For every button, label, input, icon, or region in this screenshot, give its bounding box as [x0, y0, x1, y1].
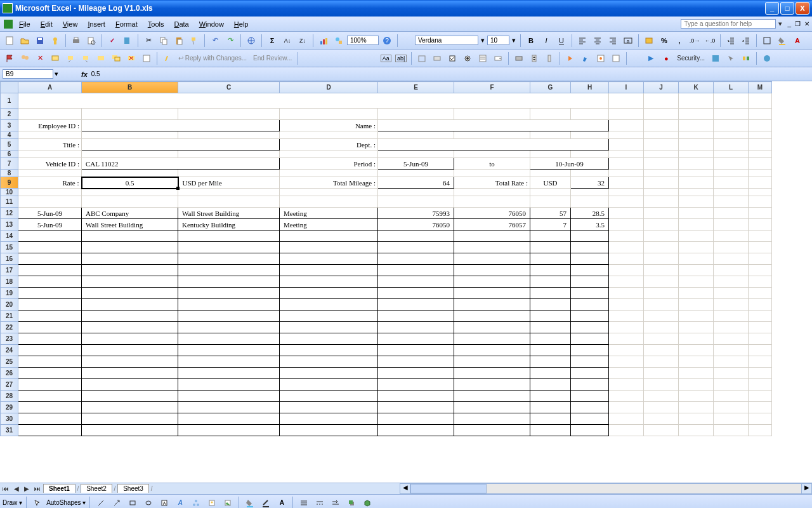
decrease-indent-button[interactable] — [724, 34, 738, 48]
cell[interactable] — [644, 196, 679, 208]
cell[interactable] — [280, 189, 378, 196]
cell[interactable] — [530, 109, 571, 120]
cell[interactable]: Vehicle ID : — [18, 158, 82, 170]
cell[interactable] — [454, 265, 530, 276]
cell[interactable] — [714, 109, 749, 120]
cell[interactable] — [454, 413, 530, 425]
show-ink-button[interactable] — [140, 51, 154, 65]
cell[interactable] — [609, 253, 644, 265]
cell[interactable]: 7 — [530, 219, 571, 231]
doc-restore-button[interactable]: ❐ — [795, 20, 801, 27]
cell[interactable] — [609, 150, 644, 158]
cell[interactable] — [454, 242, 530, 253]
cell[interactable] — [18, 425, 82, 436]
dash-style-button[interactable] — [313, 496, 327, 509]
cell[interactable] — [714, 265, 749, 276]
cell[interactable] — [714, 120, 749, 131]
cell[interactable] — [178, 311, 280, 322]
spreadsheet-grid[interactable]: ABCDEFGHIJKLM1MILEAGE LOG23Employee ID :… — [0, 81, 812, 483]
cell[interactable]: Destination — [178, 196, 280, 208]
formula-input[interactable]: 0.5 — [91, 70, 809, 77]
cell[interactable]: Employee ID : — [18, 120, 82, 131]
cell[interactable] — [644, 288, 679, 299]
font-color-button[interactable]: A — [790, 34, 804, 48]
cell[interactable] — [644, 345, 679, 356]
cell[interactable] — [749, 242, 772, 253]
cell[interactable] — [82, 189, 178, 196]
sort-desc-button[interactable]: Z↓ — [296, 34, 310, 48]
cell[interactable] — [679, 109, 714, 120]
cell[interactable] — [714, 253, 749, 265]
cell[interactable] — [18, 170, 82, 177]
cell[interactable] — [749, 356, 772, 368]
cell[interactable] — [749, 208, 772, 219]
cell[interactable] — [571, 131, 609, 139]
cell[interactable] — [609, 208, 644, 219]
cell[interactable] — [714, 402, 749, 413]
line-button[interactable] — [94, 496, 108, 509]
redo-button[interactable]: ↷ — [223, 34, 237, 48]
design-mode-button[interactable] — [579, 51, 593, 65]
help-dropdown-icon[interactable]: ▾ — [778, 20, 782, 28]
column-header-B[interactable]: B — [82, 82, 178, 93]
cell[interactable] — [679, 311, 714, 322]
new-comment-button[interactable] — [48, 51, 62, 65]
currency-button[interactable] — [642, 34, 656, 48]
cell[interactable]: 0.5 — [82, 177, 178, 189]
cell[interactable] — [378, 413, 454, 425]
cell[interactable] — [714, 368, 749, 379]
cell[interactable] — [82, 170, 178, 177]
cell[interactable] — [530, 333, 571, 345]
cell[interactable] — [571, 333, 609, 345]
cell[interactable] — [178, 402, 280, 413]
cell[interactable] — [714, 150, 749, 158]
show-comment-button[interactable] — [94, 51, 108, 65]
cell[interactable]: Total Rate : — [454, 177, 530, 189]
cell[interactable] — [644, 93, 679, 109]
more-controls-button[interactable] — [563, 51, 577, 65]
cell[interactable] — [609, 345, 644, 356]
cell[interactable] — [178, 170, 280, 177]
cell[interactable] — [178, 356, 280, 368]
next-comment-button[interactable] — [79, 51, 93, 65]
cell[interactable] — [280, 265, 378, 276]
cell[interactable] — [644, 265, 679, 276]
cell[interactable] — [530, 231, 571, 242]
cell[interactable] — [18, 413, 82, 425]
cut-button[interactable]: ✂ — [141, 34, 155, 48]
cell[interactable] — [530, 253, 571, 265]
cell[interactable] — [18, 379, 82, 391]
row-header-24[interactable]: 24 — [1, 345, 18, 356]
cell[interactable] — [749, 413, 772, 425]
print-button[interactable] — [69, 34, 83, 48]
cell[interactable] — [714, 93, 749, 109]
cell[interactable] — [18, 322, 82, 333]
cell[interactable] — [178, 276, 280, 288]
cell[interactable] — [571, 368, 609, 379]
cell[interactable] — [571, 253, 609, 265]
cell[interactable] — [178, 231, 280, 242]
cell[interactable] — [280, 413, 378, 425]
cell[interactable]: 5-Jun-09 — [18, 219, 82, 231]
row-header-5[interactable]: 5 — [1, 139, 18, 150]
cell[interactable] — [644, 253, 679, 265]
cell[interactable]: Meeting — [280, 219, 378, 231]
cell[interactable] — [454, 311, 530, 322]
cell[interactable] — [749, 311, 772, 322]
cell[interactable] — [571, 265, 609, 276]
cell[interactable]: 10-Jun-09 — [530, 158, 609, 170]
column-header-E[interactable]: E — [378, 82, 454, 93]
cell[interactable] — [454, 379, 530, 391]
smart-doc-button[interactable] — [760, 51, 774, 65]
cell[interactable]: Purpose — [280, 196, 378, 208]
cell[interactable] — [644, 356, 679, 368]
cell[interactable] — [644, 242, 679, 253]
cell[interactable] — [609, 299, 644, 311]
fontsize-select[interactable]: 10 — [487, 36, 509, 45]
column-header-G[interactable]: G — [530, 82, 571, 93]
row-header-4[interactable]: 4 — [1, 131, 18, 139]
cell[interactable] — [609, 189, 644, 196]
cell[interactable] — [749, 265, 772, 276]
cell[interactable] — [18, 356, 82, 368]
cell[interactable] — [378, 120, 609, 131]
